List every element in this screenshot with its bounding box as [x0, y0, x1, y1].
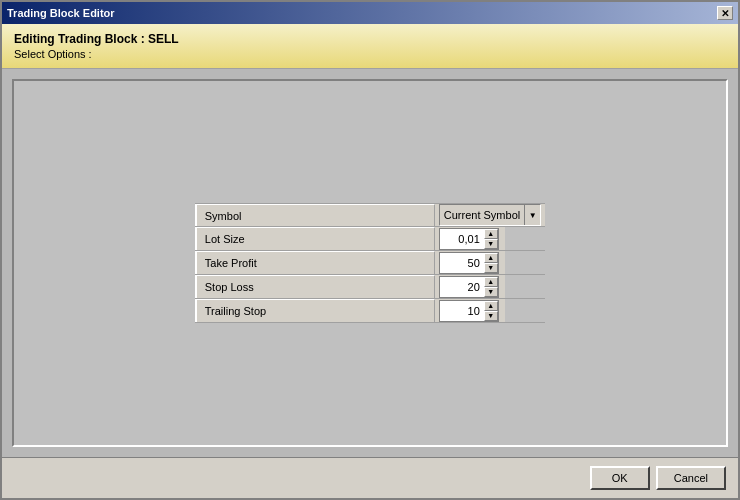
symbol-dropdown-arrow[interactable]: ▼ — [524, 205, 540, 225]
take-profit-spinner-up[interactable]: ▲ — [484, 253, 498, 263]
lot-size-label: Lot Size — [195, 227, 435, 250]
header-section: Editing Trading Block : SELL Select Opti… — [2, 24, 738, 69]
take-profit-spinner-down[interactable]: ▼ — [484, 263, 498, 273]
window-title: Trading Block Editor — [7, 7, 115, 19]
symbol-label: Symbol — [195, 204, 435, 226]
bottom-bar: OK Cancel — [2, 457, 738, 498]
title-bar: Trading Block Editor ✕ — [2, 2, 738, 24]
stop-loss-spinner-up[interactable]: ▲ — [484, 277, 498, 287]
symbol-value: Current Symbol ▼ — [435, 204, 545, 226]
stop-loss-spinner-down[interactable]: ▼ — [484, 287, 498, 297]
trailing-stop-label: Trailing Stop — [195, 299, 435, 322]
form-container: Symbol Current Symbol ▼ Lot Size — [195, 203, 545, 323]
lot-size-spinner-up[interactable]: ▲ — [484, 229, 498, 239]
take-profit-label: Take Profit — [195, 251, 435, 274]
symbol-dropdown-text: Current Symbol — [440, 207, 524, 223]
take-profit-spinner-buttons: ▲ ▼ — [484, 253, 498, 273]
inner-panel: Symbol Current Symbol ▼ Lot Size — [12, 79, 728, 447]
stop-loss-label: Stop Loss — [195, 275, 435, 298]
lot-size-spinner[interactable]: 0,01 ▲ ▼ — [439, 228, 499, 250]
take-profit-spinner[interactable]: 50 ▲ ▼ — [439, 252, 499, 274]
take-profit-row: Take Profit 50 ▲ ▼ — [195, 251, 545, 275]
close-button[interactable]: ✕ — [717, 6, 733, 20]
cancel-button[interactable]: Cancel — [656, 466, 726, 490]
take-profit-value: 50 ▲ ▼ — [435, 251, 505, 274]
stop-loss-value: 20 ▲ ▼ — [435, 275, 505, 298]
main-content: Symbol Current Symbol ▼ Lot Size — [2, 69, 738, 457]
stop-loss-spinner-buttons: ▲ ▼ — [484, 277, 498, 297]
lot-size-spinner-buttons: ▲ ▼ — [484, 229, 498, 249]
stop-loss-spinner-value: 20 — [440, 279, 484, 295]
trailing-stop-spinner-buttons: ▲ ▼ — [484, 301, 498, 321]
lot-size-spinner-value: 0,01 — [440, 231, 484, 247]
lot-size-spinner-down[interactable]: ▼ — [484, 239, 498, 249]
header-title: Editing Trading Block : SELL — [14, 32, 726, 46]
header-subtitle: Select Options : — [14, 48, 726, 60]
lot-size-value: 0,01 ▲ ▼ — [435, 227, 505, 250]
symbol-row: Symbol Current Symbol ▼ — [195, 203, 545, 227]
stop-loss-spinner[interactable]: 20 ▲ ▼ — [439, 276, 499, 298]
trailing-stop-row: Trailing Stop 10 ▲ ▼ — [195, 299, 545, 323]
main-window: Trading Block Editor ✕ Editing Trading B… — [0, 0, 740, 500]
symbol-dropdown[interactable]: Current Symbol ▼ — [439, 204, 541, 226]
lot-size-row: Lot Size 0,01 ▲ ▼ — [195, 227, 545, 251]
trailing-stop-spinner-up[interactable]: ▲ — [484, 301, 498, 311]
stop-loss-row: Stop Loss 20 ▲ ▼ — [195, 275, 545, 299]
trailing-stop-spinner-value: 10 — [440, 303, 484, 319]
trailing-stop-spinner[interactable]: 10 ▲ ▼ — [439, 300, 499, 322]
trailing-stop-value: 10 ▲ ▼ — [435, 299, 505, 322]
take-profit-spinner-value: 50 — [440, 255, 484, 271]
trailing-stop-spinner-down[interactable]: ▼ — [484, 311, 498, 321]
ok-button[interactable]: OK — [590, 466, 650, 490]
